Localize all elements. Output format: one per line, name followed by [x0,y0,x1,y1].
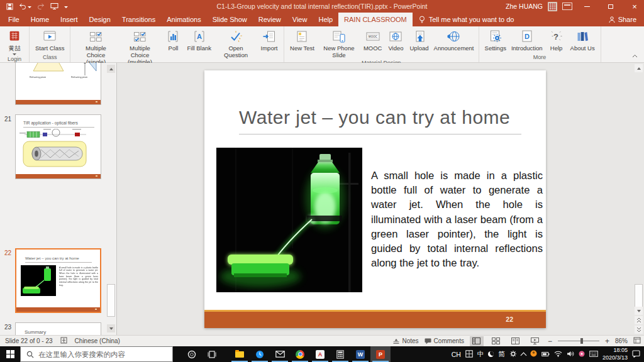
slide-show-button[interactable] [528,336,542,346]
slide-thumbnail-21[interactable]: TIR application - optical fibers [15,114,101,179]
user-name[interactable]: Zhe HUANG [506,3,543,10]
ribbon-item-introduction[interactable]: D Introduction [509,28,545,52]
collapse-ribbon-icon[interactable] [632,49,638,60]
action-center-icon[interactable] [632,350,640,359]
tab-file[interactable]: File [3,13,25,26]
fit-slide-button[interactable] [633,337,641,345]
canvas-scroll-down-button[interactable] [635,307,643,315]
ime-settings-gear-icon[interactable] [509,350,517,359]
zoom-slider[interactable] [558,341,599,341]
taskbar-search-box[interactable] [20,346,173,362]
ribbon-item-poll[interactable]: Poll [162,28,184,52]
user-seal-avatar[interactable] [548,2,557,11]
zoom-in-button[interactable]: + [605,337,609,346]
tab-design[interactable]: Design [84,13,116,26]
notes-toggle[interactable]: Notes [393,337,418,344]
tab-review[interactable]: Review [253,13,287,26]
thumbnail-scroll-up-button[interactable] [107,65,115,73]
slide-thumbnail-23[interactable]: Summary Give you 3 min to think and prep… [15,322,101,335]
tab-help[interactable]: Help [313,13,338,26]
volume-icon[interactable] [567,351,574,358]
battery-icon[interactable] [541,351,550,358]
normal-view-button[interactable] [470,336,484,346]
ribbon-item-fill-blank[interactable]: A Fill Blank [184,28,214,52]
word-button[interactable]: W [350,346,370,362]
slide-title[interactable]: Water jet – you can try at home [239,107,528,128]
tab-transitions[interactable]: Transitions [116,13,161,26]
thumbnail-scrollbar-thumb[interactable] [107,284,115,317]
restore-button[interactable] [601,0,620,13]
next-slide-button[interactable] [635,326,643,334]
powerpoint-button-active[interactable]: P [370,346,391,362]
slide-sorter-view-button[interactable] [489,336,503,346]
ribbon-item-about-us[interactable]: About Us [568,28,597,52]
slide-thumbnail-22-selected[interactable]: Water jet – you can try at home A small … [15,248,101,313]
ribbon-item-announcement[interactable]: Announcement [431,28,475,52]
ribbon-item-new-test[interactable]: New Test [287,28,317,52]
ribbon-item-settings[interactable]: Settings [482,28,509,52]
ribbon-item-mooc[interactable]: MOOC MOOC [361,28,385,52]
ribbon-item-help[interactable]: ? Help [545,28,568,52]
tray-app-icon-pink[interactable] [579,351,585,358]
close-button[interactable]: × [625,0,644,13]
reading-view-button[interactable] [509,336,523,346]
tab-animations[interactable]: Animations [161,13,206,26]
redo-button[interactable] [37,3,45,10]
touch-keyboard-icon[interactable] [589,351,598,358]
tab-home[interactable]: Home [25,13,55,26]
tab-slide-show[interactable]: Slide Show [207,13,253,26]
ribbon-item-video[interactable]: Video [384,28,407,52]
ribbon-display-options-icon[interactable] [562,3,572,10]
slide-thumbnail-20[interactable]: Refracting prism Refracting prism [15,63,101,105]
start-from-beginning-icon[interactable] [50,3,58,10]
ribbon-item-import[interactable]: Import [258,28,280,52]
share-button[interactable]: Share [601,13,644,26]
ime-punctuation-icon[interactable] [488,351,494,357]
tell-me-box[interactable]: Tell me what you want to do [413,13,521,26]
cortana-button[interactable] [182,346,202,362]
slide-photo-water-jet[interactable] [216,148,362,292]
accessibility-icon[interactable] [60,337,67,345]
calculator-button[interactable] [330,346,350,362]
language-indicator[interactable]: CH [452,351,461,358]
ribbon-item-multiple-choice-single[interactable]: Multiple Choice (single) [74,28,118,66]
file-explorer-button[interactable] [230,346,250,362]
thumbnail-scroll-down-button[interactable] [107,324,115,332]
acrobat-button[interactable]: A [310,346,330,362]
mail-app-button[interactable] [270,346,290,362]
ime-simplified-indicator[interactable]: 简 [498,350,505,359]
ribbon-item-open-question[interactable]: Open Question [214,28,258,59]
ime-icon[interactable] [465,350,473,359]
clock-app-button[interactable] [250,346,270,362]
minimize-button[interactable] [577,0,596,13]
ribbon-item-new-phone-slide[interactable]: New Phone Slide [317,28,361,59]
taskbar-clock[interactable]: 18:05 2020/3/13 [602,347,628,361]
language-status[interactable]: Chinese (China) [75,337,120,344]
start-button[interactable] [0,346,20,362]
tab-insert[interactable]: Insert [55,13,84,26]
ribbon-item-login-user[interactable]: 黄喆 [3,28,26,55]
zoom-slider-thumb[interactable] [580,338,583,344]
ime-mode-indicator[interactable]: 中 [477,350,484,359]
save-icon[interactable] [6,3,13,10]
slide-body-text[interactable]: A small hole is made in a plastic bottle… [371,168,543,270]
canvas-scroll-up-button[interactable] [635,64,643,72]
wifi-icon[interactable] [554,351,562,358]
zoom-level[interactable]: 86% [615,337,628,344]
task-view-button[interactable] [202,346,222,362]
ribbon-item-upload[interactable]: Upload [407,28,431,52]
zoom-out-button[interactable]: − [548,337,552,346]
comments-toggle[interactable]: Comments [425,337,464,344]
tab-rain-classroom[interactable]: RAIN CLASSROOM [338,13,413,26]
tray-app-icon-orange[interactable] [530,350,537,358]
hidden-icons-chevron[interactable] [521,352,527,358]
customize-qat-caret[interactable] [64,6,68,8]
search-input[interactable] [38,351,164,358]
ribbon-item-start-class[interactable]: Start Class [33,28,67,52]
tab-view[interactable]: View [287,13,313,26]
undo-button[interactable] [19,3,31,10]
chrome-button[interactable] [290,346,310,362]
previous-slide-button[interactable] [635,316,643,324]
slide-indicator[interactable]: Slide 22 of 0 - 23 [5,337,53,344]
ribbon-item-multiple-choice-multiple[interactable]: Multiple Choice (multiple) [118,28,162,66]
